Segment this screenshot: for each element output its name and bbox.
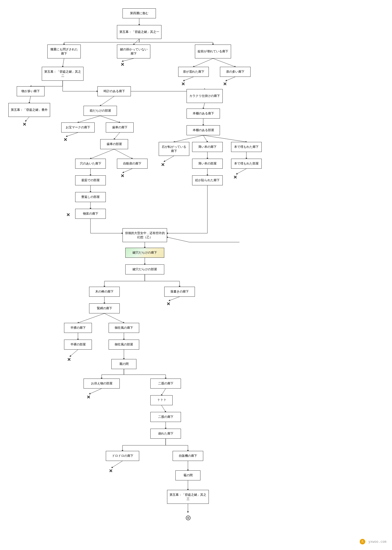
node-n42: 二股の廊下 [150, 379, 181, 389]
node-n1: 第四層に進む [122, 8, 156, 18]
node-n35: 緊縛の廊下 [89, 303, 120, 313]
node-n41: お供え物の部屋 [84, 379, 120, 389]
node-n2: 第五幕：「窃盗之鍵」其之一 [117, 25, 161, 39]
node-n28: 絵が貼られた廊下 [192, 175, 223, 185]
node-n6: 第五幕：「窃盗之鍵」其之二 [42, 67, 84, 81]
xmark-7: × [159, 160, 167, 168]
svg-line-2 [63, 58, 64, 67]
node-n21: 石が転がっている廊下 [159, 142, 189, 156]
node-n4: 鍵の掛かっていない廊下 [117, 45, 150, 58]
node-n8: 扉の多い廊下 [220, 67, 251, 77]
node-n36: 半裸の廊下 [64, 323, 92, 333]
svg-line-17 [90, 149, 114, 159]
node-n37: 御壮風の廊下 [109, 323, 139, 333]
diagram-container: 第四層に進む 第五幕：「窃盗之鍵」其之一 幾重にも問ざされた廊下 鍵の掛かってい… [0, 0, 392, 550]
watermark: 爪 yxwoo.com [360, 539, 386, 544]
node-n48: 竈の間 [175, 470, 200, 480]
svg-line-11 [78, 116, 100, 122]
node-n25: 薄い本の部屋 [192, 159, 223, 169]
xmark-12: × [84, 392, 93, 401]
node-n12: 箱だらけの部屋 [84, 106, 117, 116]
xmark-13: × [107, 466, 115, 475]
node-n40: 厩の間 [111, 359, 136, 369]
node-n13: カラクリ仕掛けの廊下 [187, 89, 223, 103]
node-n14: お宝マークの廊下 [61, 122, 95, 132]
svg-line-42 [161, 389, 166, 395]
node-n19: 穴のあいた廊下 [75, 159, 106, 169]
arrows-svg [0, 0, 392, 550]
node-n10: 時計のある廊下 [97, 86, 131, 96]
node-n26: 本で埋もれた部屋 [231, 159, 262, 169]
watermark-icon: 爪 [360, 539, 365, 544]
xmark-11: × [65, 355, 73, 363]
node-n44: 二股の廊下 [150, 412, 181, 422]
node-n47: 自販機の廊下 [173, 451, 203, 461]
node-n30: 俳徊的大型女中，还有些许的幻想（乙） [122, 228, 167, 242]
node-n24: 釜茹での部屋 [75, 175, 106, 185]
node-n22: 薄い本の廊下 [192, 142, 223, 152]
svg-line-14 [114, 132, 120, 139]
xmark-4: × [20, 120, 29, 128]
svg-line-5 [213, 58, 235, 67]
xmark-2: × [179, 79, 187, 88]
node-n9: 物が多い廊下 [17, 86, 45, 96]
svg-line-21 [203, 135, 246, 142]
node-n49: 第五幕：「窃盗之鍵」其之三 [167, 490, 209, 504]
xmark-3: × [221, 79, 229, 88]
svg-line-36 [104, 313, 124, 323]
xmark-9: × [64, 210, 72, 218]
svg-line-20 [203, 135, 207, 142]
goal-mark: ◎ [183, 512, 193, 522]
node-n38: 半裸の部屋 [64, 340, 92, 350]
svg-line-12 [100, 116, 120, 122]
svg-line-1 [134, 39, 139, 45]
node-n5: 錠前が壊れている廊下 [195, 45, 231, 58]
xmark-6: × [118, 171, 127, 180]
watermark-text: yxwoo.com [368, 540, 386, 544]
node-n45: 崩れた廊下 [150, 429, 181, 439]
node-n11: 第五幕：「窃盗之鍵」番外 [8, 103, 50, 117]
node-n20: 自動扉の廊下 [117, 159, 148, 169]
node-n16: 本棚のある廊下 [187, 109, 220, 119]
node-n27: 豊返しの部屋 [75, 192, 106, 202]
node-n39: 御壮風の部屋 [109, 340, 139, 350]
xmark-10: × [164, 299, 173, 308]
node-n43: ？？？ [150, 395, 173, 405]
node-n23: 本で埋もれた廊下 [231, 142, 262, 152]
svg-line-43 [161, 405, 166, 412]
node-n29: 物富の廊下 [75, 209, 106, 219]
xmark-5: × [61, 135, 70, 143]
svg-line-35 [78, 313, 104, 323]
svg-line-15 [203, 103, 205, 109]
svg-line-18 [114, 149, 132, 159]
node-n15: 歯車の廊下 [106, 122, 134, 132]
xmark-8: × [231, 173, 239, 181]
node-n46: ドロドロの廊下 [106, 451, 139, 461]
node-n34: 落書きの廊下 [164, 287, 195, 297]
xmark-1: × [118, 60, 127, 68]
svg-line-4 [193, 58, 213, 67]
node-n32: 鍵穴だらけの部屋 [125, 264, 164, 274]
node-n18: 本棚のある部屋 [187, 125, 220, 135]
node-n3: 幾重にも問ざされた廊下 [47, 45, 81, 58]
svg-line-8 [29, 96, 31, 103]
svg-line-19 [174, 135, 203, 142]
node-n7: 扉が濡れた廊下 [178, 67, 209, 77]
node-n33: 木の棒の廊下 [89, 287, 120, 297]
node-n17: 歯車の部屋 [100, 139, 128, 149]
svg-line-10 [100, 96, 114, 106]
node-n31: 鍵穴だらけの廊下 [125, 248, 164, 258]
